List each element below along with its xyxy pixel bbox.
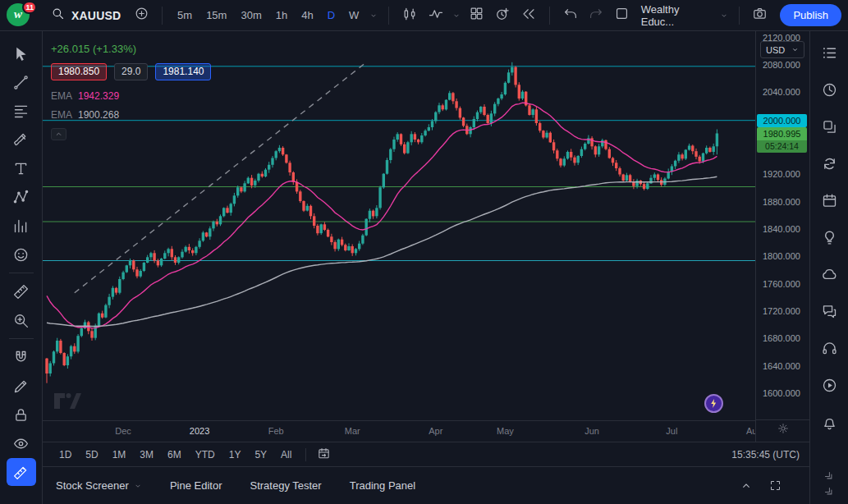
range-ytd[interactable]: YTD — [189, 447, 222, 463]
price-tick: 1800.000 — [763, 251, 800, 261]
range-5y[interactable]: 5Y — [248, 447, 273, 463]
calendar-button[interactable] — [818, 190, 840, 210]
range-6m[interactable]: 6M — [161, 447, 188, 463]
notifications-badge: 11 — [22, 1, 37, 14]
chevron-down-icon — [134, 482, 142, 490]
tool-trend-line[interactable] — [7, 68, 36, 96]
panel-maximize-icon[interactable] — [769, 479, 782, 492]
symbol-search-button[interactable]: XAUUSD — [44, 3, 127, 27]
fib-icon — [12, 103, 30, 120]
bar-replay-button[interactable] — [516, 4, 541, 27]
interval-15m[interactable]: 15m — [199, 6, 233, 25]
private-chats-button[interactable] — [818, 301, 840, 321]
tool-lock-all[interactable] — [7, 401, 36, 428]
tool-brush[interactable] — [7, 126, 36, 153]
replay-icon — [521, 7, 536, 25]
tab-trading-panel[interactable]: Trading Panel — [350, 479, 415, 492]
tab-pine-editor[interactable]: Pine Editor — [170, 479, 222, 492]
add-symbol-button[interactable] — [129, 4, 154, 27]
create-alert-button[interactable] — [490, 4, 515, 27]
alerts-button[interactable] — [818, 80, 840, 99]
tool-measure[interactable] — [7, 277, 36, 305]
panel-expand-icon[interactable] — [740, 479, 753, 493]
range-1m[interactable]: 1M — [106, 447, 133, 463]
tool-zoom[interactable] — [7, 306, 36, 334]
interval-d[interactable]: D — [321, 6, 341, 25]
layout-menu-chevron[interactable] — [717, 4, 731, 27]
ema-slow-legend[interactable]: EMA 1900.268 — [51, 109, 211, 121]
tab-stock-screener[interactable]: Stock Screener — [56, 479, 142, 492]
user-menu-button[interactable]: w 11 — [7, 3, 34, 28]
redo-button[interactable] — [584, 4, 608, 27]
toolbar-separator — [162, 7, 163, 25]
server-clock[interactable]: 15:35:45 (UTC) — [731, 449, 800, 460]
position-entry-label[interactable]: 1981.140 — [155, 63, 211, 80]
tool-hide-all[interactable] — [7, 429, 36, 457]
tab-strategy-tester[interactable]: Strategy Tester — [250, 479, 321, 492]
chart-canvas[interactable]: +26.015 (+1.33%) 1980.850 29.0 1981.140 … — [43, 31, 755, 442]
assistant-badge[interactable] — [704, 394, 723, 413]
axis-settings-gear-icon[interactable] — [777, 422, 790, 438]
layout-name[interactable]: Wealthy Educ... — [641, 3, 714, 28]
magnet-icon — [12, 349, 30, 366]
watchlist-button[interactable] — [818, 43, 840, 62]
go-to-date-button[interactable] — [314, 445, 333, 465]
collapse-chevrons-icon[interactable] — [821, 468, 837, 484]
range-all[interactable]: All — [274, 447, 298, 463]
main-area: +26.015 (+1.33%) 1980.850 29.0 1981.140 … — [0, 31, 848, 504]
range-1d[interactable]: 1D — [53, 447, 78, 463]
interval-w[interactable]: W — [342, 6, 365, 25]
hotlists-button[interactable] — [818, 153, 840, 173]
tool-favorite-drawing-tool[interactable] — [7, 458, 36, 486]
rulerpencil-icon — [12, 464, 30, 481]
interval-30m[interactable]: 30m — [234, 6, 268, 25]
chart-style-button[interactable] — [397, 4, 422, 27]
interval-5m[interactable]: 5m — [171, 6, 199, 25]
publish-button[interactable]: Publish — [780, 4, 841, 26]
tool-magnet[interactable] — [7, 343, 36, 371]
save-layout-button[interactable] — [610, 4, 635, 27]
tool-text[interactable] — [7, 154, 36, 182]
public-chats-button[interactable] — [818, 264, 840, 284]
interval-1h[interactable]: 1h — [269, 6, 294, 25]
position-qty-label[interactable]: 29.0 — [114, 63, 148, 80]
tool-cursor[interactable] — [7, 39, 36, 67]
legend-collapse-button[interactable] — [51, 128, 66, 140]
undo-button[interactable] — [558, 4, 583, 27]
currency-selector[interactable]: USD — [760, 41, 804, 58]
pattern-icon — [12, 189, 30, 206]
ideas-button[interactable] — [818, 227, 840, 247]
tool-xabcd-pattern[interactable] — [7, 183, 36, 211]
notifications-button[interactable] — [818, 412, 840, 432]
indicators-menu-chevron[interactable] — [450, 4, 463, 27]
price-tick: 2080.000 — [763, 60, 800, 70]
toolbar-separator — [549, 7, 550, 25]
support-button[interactable] — [818, 338, 840, 358]
time-axis[interactable]: Dec2023FebMarAprMayJunJulAu — [43, 420, 755, 442]
price-axis[interactable]: USD 2000.000 1980.995 05:24:14 2120.0002… — [755, 31, 809, 442]
top-toolbar: w 11 XAUUSD 5m15m30m1h4hDW Wealthy Educ.… — [0, 0, 848, 31]
symbol-name: XAUUSD — [71, 9, 121, 22]
tool-emoji[interactable] — [7, 241, 36, 268]
object-tree-button[interactable] — [818, 117, 840, 136]
tool-forecast[interactable] — [7, 212, 36, 240]
bubbles-icon — [821, 303, 838, 320]
last-price-value: 1980.995 — [757, 127, 807, 140]
range-buttons: 1D5D1M3M6MYTD1Y5YAll — [53, 447, 298, 463]
indicators-button[interactable] — [424, 4, 448, 27]
layout-grid-button[interactable] — [465, 4, 489, 27]
line-price-badge: 2000.000 — [757, 114, 807, 127]
range-3m[interactable]: 3M — [133, 447, 160, 463]
bell-icon — [821, 414, 838, 431]
range-1y[interactable]: 1Y — [222, 447, 248, 463]
interval-4h[interactable]: 4h — [295, 6, 319, 25]
streams-button[interactable] — [818, 375, 840, 395]
position-stop-label[interactable]: 1980.850 — [51, 63, 107, 80]
tool-draw[interactable] — [7, 372, 36, 400]
tool-fib-retracement[interactable] — [7, 97, 36, 125]
snapshot-camera-button[interactable] — [748, 4, 772, 27]
ema-fast-legend[interactable]: EMA 1942.329 — [51, 90, 211, 102]
range-5d[interactable]: 5D — [79, 447, 104, 463]
collapse-chevrons-icon[interactable] — [821, 483, 837, 500]
interval-menu-chevron[interactable] — [367, 4, 380, 27]
